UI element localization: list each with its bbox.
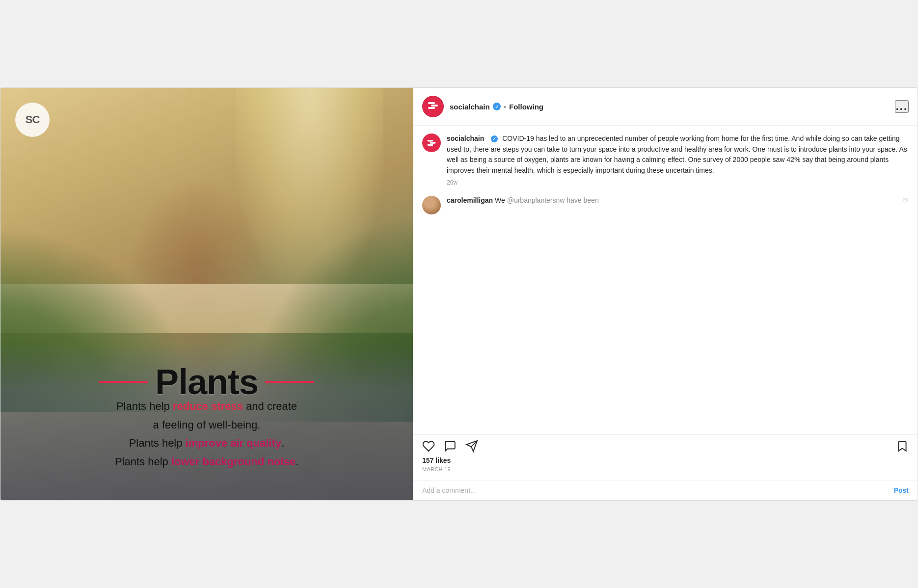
- svg-rect-5: [428, 144, 433, 146]
- header-username[interactable]: socialchain: [450, 103, 490, 111]
- like-button[interactable]: [422, 440, 435, 453]
- svg-rect-0: [428, 102, 435, 104]
- comment-icon: [444, 440, 457, 453]
- commenter-avatar[interactable]: [422, 196, 441, 214]
- line3-start-text: Plants help: [115, 455, 171, 468]
- subtitle-line1b: a feeling of well-being.: [153, 419, 261, 431]
- heart-icon: [422, 440, 435, 453]
- line1-end-text: and create: [243, 400, 297, 412]
- caption-verified-badge: ✓: [490, 135, 499, 142]
- svg-rect-3: [428, 140, 433, 141]
- header-avatar[interactable]: [422, 96, 444, 117]
- commenter-username[interactable]: carolemilligan: [447, 196, 493, 204]
- post-header: socialchain • Following ...: [413, 88, 918, 126]
- line2-end-text: .: [281, 437, 284, 449]
- post-comments-area[interactable]: socialchain ✓ COVID-19 has led to an unp…: [413, 126, 918, 435]
- likes-count: 157 likes: [422, 456, 909, 464]
- following-label[interactable]: Following: [509, 103, 543, 111]
- highlight-air: improve air quality: [186, 437, 282, 449]
- share-icon: [465, 440, 478, 453]
- commenter-avatar-face: [422, 196, 441, 214]
- comment-button[interactable]: [444, 440, 457, 453]
- avatar-icon: [427, 99, 439, 114]
- plants-line-left: [99, 381, 148, 383]
- caption-text: COVID-19 has led to an unprecedented num…: [447, 134, 907, 174]
- verified-badge-header: [493, 103, 501, 110]
- plants-title: Plants: [155, 362, 258, 402]
- instagram-post: SC Plants Plants help reduce stress and …: [0, 87, 918, 501]
- svg-rect-2: [428, 107, 435, 109]
- comment-heart-icon[interactable]: ♡: [902, 196, 909, 205]
- bookmark-icon: [896, 440, 909, 453]
- sc-logo-badge: SC: [15, 103, 50, 137]
- line2-start-text: Plants help: [129, 437, 186, 449]
- plants-line-right: [265, 381, 314, 383]
- svg-rect-4: [430, 142, 436, 143]
- comment-row-body: carolemilligan We @urbanplantersnw have …: [447, 196, 896, 205]
- highlight-stress: reduce stress: [173, 400, 243, 412]
- add-comment-row: Post: [413, 480, 918, 500]
- bookmark-button[interactable]: [896, 440, 909, 453]
- subtitle-line1: Plants help reduce stress and create: [116, 400, 297, 412]
- caption-row: socialchain ✓ COVID-19 has led to an unp…: [422, 134, 909, 186]
- caption-timestamp: 26w: [447, 179, 909, 186]
- caption-avatar[interactable]: [422, 134, 441, 152]
- dot-separator: •: [504, 103, 506, 111]
- line3-end-text: .: [296, 455, 298, 468]
- post-image: SC Plants Plants help reduce stress and …: [0, 88, 413, 500]
- comment-row: carolemilligan We @urbanplantersnw have …: [422, 196, 909, 214]
- commenter-text-content: We: [495, 196, 505, 204]
- sc-badge-text: SC: [26, 113, 40, 126]
- caption-body: socialchain ✓ COVID-19 has led to an unp…: [447, 134, 909, 186]
- post-date: MARCH 19: [422, 466, 909, 472]
- subtitle-line3: Plants help lower background noise.: [115, 455, 298, 468]
- subtitle-line2: Plants help improve air quality.: [129, 437, 285, 449]
- action-bar: 157 likes MARCH 19: [413, 435, 918, 480]
- commenter-preview: @urbanplantersnw have been: [507, 196, 599, 204]
- caption-username[interactable]: socialchain: [447, 134, 484, 142]
- post-details-panel: socialchain • Following ... socia: [413, 88, 918, 500]
- plants-title-area: Plants: [0, 362, 413, 402]
- action-icons-row: [422, 440, 909, 453]
- add-comment-input[interactable]: [422, 486, 890, 494]
- plants-subtitle: Plants help reduce stress and create a f…: [0, 397, 413, 471]
- svg-rect-1: [431, 105, 438, 107]
- share-button[interactable]: [465, 440, 478, 453]
- comment-row-text: carolemilligan We @urbanplantersnw have …: [447, 196, 599, 204]
- highlight-noise: lower background noise: [171, 455, 296, 468]
- line1-start-text: Plants help: [116, 400, 173, 412]
- more-options-button[interactable]: ...: [895, 100, 909, 113]
- header-username-area: socialchain • Following: [450, 103, 889, 111]
- post-comment-button[interactable]: Post: [894, 486, 909, 494]
